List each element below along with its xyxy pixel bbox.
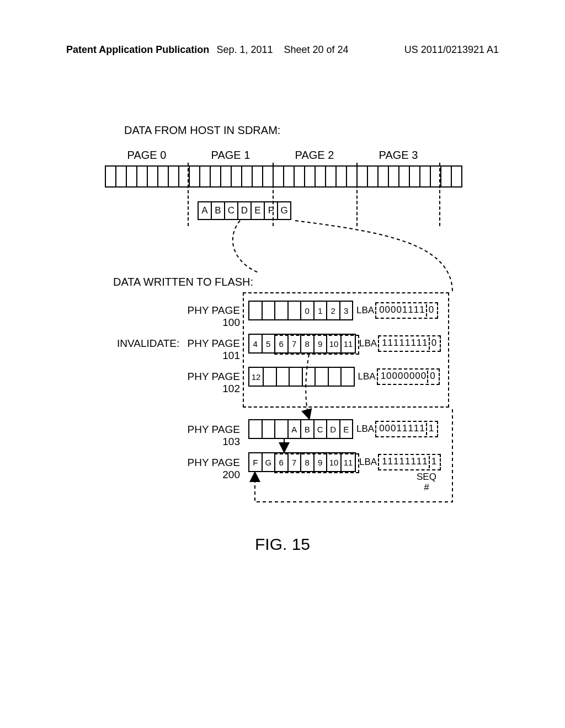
sdram-grid — [105, 165, 462, 188]
phy-page-label: PHY PAGE 102 — [174, 371, 240, 395]
lba-field: LBA — [358, 454, 378, 470]
page-label: PAGE 2 — [273, 149, 356, 162]
pub-type: Patent Application Publication — [66, 44, 209, 56]
seq-label: SEQ# — [417, 472, 436, 493]
sheet-num: Sheet 20 of 24 — [284, 44, 349, 55]
host-sector: B — [212, 202, 225, 219]
host-sector: F — [265, 202, 278, 219]
page-label: PAGE 1 — [189, 149, 273, 162]
phy-page-label: PHY PAGE 103 — [174, 424, 240, 448]
lba-field: LBA — [355, 303, 375, 318]
host-sector: E — [252, 202, 265, 219]
phy-row: 01 23 LBA 000011110 — [248, 301, 438, 320]
lba-mask: 100000000 — [377, 368, 440, 385]
lba-mask: 000111111 — [375, 421, 438, 437]
phy-page-label: PHY PAGE 100 — [174, 304, 240, 329]
copy-dest-highlight — [274, 453, 359, 473]
figure-number: FIG. 15 — [0, 535, 565, 554]
page-header: Patent Application Publication Sep. 1, 2… — [0, 44, 565, 56]
lba-mask: 111111111 — [378, 454, 441, 470]
pub-number: US 2011/0213921 A1 — [404, 44, 499, 56]
host-sector: D — [238, 202, 252, 219]
phy-row: 12 LBA 100000000 — [248, 367, 440, 387]
page-boundary — [356, 163, 358, 226]
lba-mask: 000011110 — [375, 302, 438, 319]
pub-date: Sep. 1, 2011 — [216, 44, 273, 55]
copy-source-highlight — [274, 335, 359, 355]
sdram-page-labels: PAGE 0 PAGE 1 PAGE 2 PAGE 3 — [105, 149, 440, 162]
lba-mask: 111111110 — [378, 335, 441, 352]
lba-field: LBA — [355, 421, 375, 437]
page-boundary — [439, 163, 440, 226]
host-data-row: A B C D E F G — [198, 201, 291, 220]
lba-field: LBA — [358, 336, 378, 351]
flash-heading: DATA WRITTEN TO FLASH: — [113, 276, 253, 288]
header-mid: Sep. 1, 2011 Sheet 20 of 24 — [216, 44, 348, 56]
host-sector: C — [225, 202, 238, 219]
page-label: PAGE 3 — [356, 149, 440, 162]
sdram-heading: DATA FROM HOST IN SDRAM: — [124, 124, 280, 137]
host-sector: A — [199, 202, 212, 219]
page-label: PAGE 0 — [105, 149, 189, 162]
lba-field: LBA — [357, 369, 377, 384]
page-boundary — [188, 163, 189, 226]
phy-page-label: PHY PAGE 200 — [174, 457, 240, 481]
invalidate-label: INVALIDATE: — [117, 338, 179, 350]
phy-page-label: PHY PAGE 101 — [174, 338, 240, 362]
phy-row: A BC DE LBA 000111111 — [248, 419, 438, 439]
host-sector: G — [278, 202, 291, 219]
